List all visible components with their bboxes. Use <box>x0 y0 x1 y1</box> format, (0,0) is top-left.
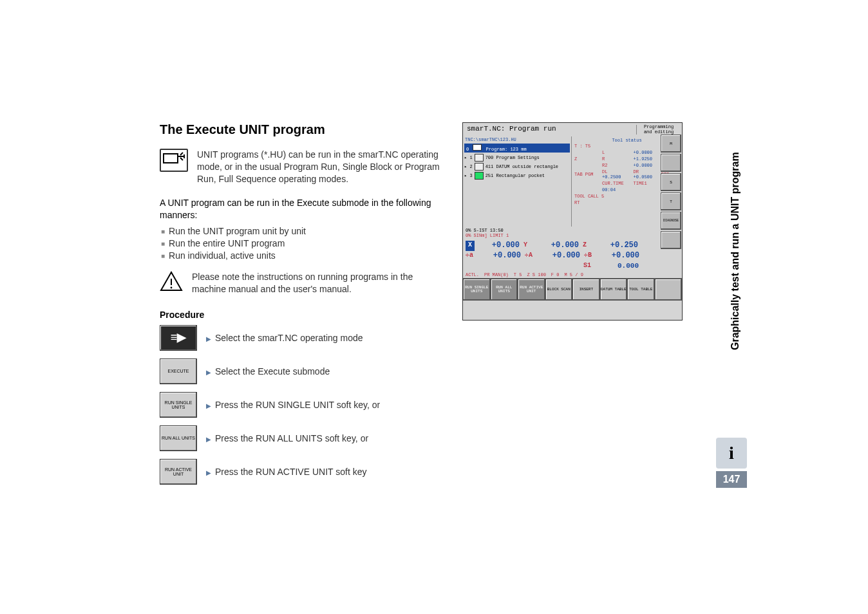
settings-icon <box>475 154 484 162</box>
sc-mode: Programming and editing <box>636 125 678 135</box>
tree-row[interactable]: ▸ 3251 Rectangular pocket <box>463 171 571 180</box>
sidebar-btn[interactable] <box>661 231 681 249</box>
run-all-units-key[interactable]: RUN ALL UNITS <box>160 425 197 451</box>
mode-key[interactable]: ≡▶ <box>160 325 197 351</box>
softkey-insert[interactable]: INSERT <box>572 279 600 301</box>
override-panel: 0% S-IST 13:50 0% SINm] LIMIT 1 <box>463 227 682 239</box>
program-tree: TNC:\smarTNC\123.HU 0 Program: 123 mm ▸ … <box>463 136 572 227</box>
info-icon: i <box>716 438 747 469</box>
procedure-text: Select the smarT.NC operating mode <box>206 333 363 343</box>
file-path: TNC:\smarTNC\123.HU <box>463 136 571 143</box>
page-number: 147 <box>716 471 747 488</box>
procedure-text: Press the RUN ALL UNITS soft key, or <box>206 433 368 443</box>
note-text: UNIT programs (*.HU) can be run in the s… <box>197 149 442 185</box>
procedure-step: RUN ALL UNITS Press the RUN ALL UNITS so… <box>160 425 701 451</box>
procedure-text: Press the RUN ACTIVE UNIT soft key <box>206 467 366 477</box>
sc-title: smarT.NC: Program run <box>467 125 556 135</box>
softkey-row: RUN SINGLE UNITS RUN ALL UNITS RUN ACTIV… <box>463 278 682 301</box>
sidebar-btn-diagnose[interactable]: DIAGNOSE <box>661 212 681 230</box>
softkey-empty[interactable] <box>655 279 683 301</box>
intro-text: A UNIT program can be run in the Execute… <box>160 197 437 221</box>
softkey-run-active[interactable]: RUN ACTIVE UNIT <box>518 279 545 301</box>
warning-text: Please note the instructions on running … <box>192 271 437 295</box>
program-header-line[interactable]: 0 Program: 123 mm <box>464 144 570 153</box>
softkey-run-single[interactable]: RUN SINGLE UNITS <box>463 279 491 301</box>
procedure-step: RUN SINGLE UNITS Press the RUN SINGLE UN… <box>160 392 701 418</box>
position-display: X+0.000 Y+0.000 Z+0.250 ✛a+0.000 ✛A+0.00… <box>463 239 682 271</box>
softkey-block-scan[interactable]: BLOCK SCAN <box>545 279 573 301</box>
execute-key[interactable]: EXECUTE <box>160 358 197 384</box>
sidebar-btn-t[interactable]: T <box>661 192 681 210</box>
softkey-run-all[interactable]: RUN ALL UNITS <box>491 279 518 301</box>
procedure-step: EXECUTE Select the Execute submode <box>160 358 701 384</box>
warning-icon <box>160 271 183 292</box>
datum-icon <box>475 163 484 171</box>
procedure-step: ≡▶ Select the smarT.NC operating mode <box>160 325 701 351</box>
procedure-text: Press the RUN SINGLE UNIT soft key, or <box>206 400 380 410</box>
tree-row[interactable]: ▸ 2411 DATUM outside rectangle <box>463 162 571 171</box>
screenshot-sidebar: M S T DIAGNOSE <box>661 135 681 249</box>
pocket-icon <box>475 172 484 180</box>
run-active-unit-key[interactable]: RUN ACTIVE UNIT <box>160 459 197 485</box>
softkey-tool-table[interactable]: TOOL TABLE <box>627 279 655 301</box>
procedure-text: Select the Execute submode <box>206 366 330 377</box>
section-tab: Graphically test and run a UNIT program <box>729 118 747 350</box>
sidebar-btn-s[interactable]: S <box>661 173 681 191</box>
cnc-screenshot: smarT.NC: Program run Programming and ed… <box>462 122 683 321</box>
note-icon <box>160 149 188 172</box>
tree-row[interactable]: ▸ 1700 Program Settings <box>463 153 571 162</box>
sidebar-btn[interactable] <box>661 154 681 172</box>
status-line: ACTL. PR MAN(0) T 5 Z S 100 F 0 M 5 / 9 <box>463 272 682 278</box>
run-single-units-key[interactable]: RUN SINGLE UNITS <box>160 392 197 418</box>
procedure-step: RUN ACTIVE UNIT Press the RUN ACTIVE UNI… <box>160 459 701 485</box>
svg-point-1 <box>171 287 173 289</box>
softkey-datum-table[interactable]: DATUM TABLE <box>600 279 628 301</box>
sidebar-btn-m[interactable]: M <box>661 135 681 153</box>
